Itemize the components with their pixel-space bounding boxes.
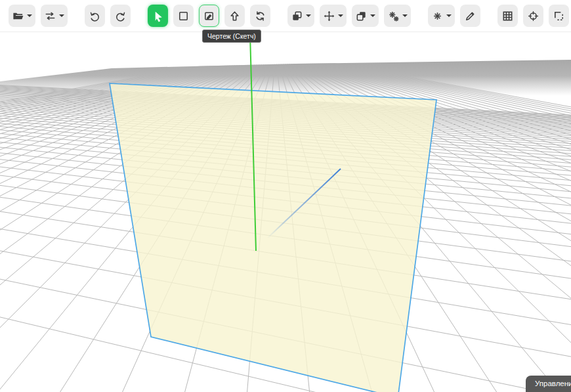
arrow-up-outline-icon <box>228 10 241 22</box>
toolbar-group <box>419 5 489 27</box>
control-button[interactable]: Управление <box>526 376 571 392</box>
settings-menu-button[interactable] <box>428 5 455 27</box>
sketch-tool-button[interactable] <box>199 5 219 27</box>
caret-down-icon <box>59 14 64 17</box>
toolbar-group <box>279 5 419 27</box>
caret-down-icon <box>27 14 32 17</box>
toolbar-group <box>139 5 279 27</box>
rotate-cw-icon <box>254 10 266 22</box>
app-window: Чертеж (Скетч) Управление <box>0 0 571 392</box>
toolbar-group <box>489 5 571 27</box>
cursor-icon <box>152 10 164 22</box>
open-project-button[interactable] <box>9 5 35 27</box>
tooltip-text: Чертеж (Скетч) <box>207 32 256 40</box>
caret-down-icon <box>338 14 343 17</box>
gears-pair-icon <box>387 10 400 22</box>
instance-menu-button[interactable] <box>287 5 314 27</box>
selection-box-button[interactable] <box>549 5 569 27</box>
move-menu-button[interactable] <box>320 5 347 27</box>
undo-button[interactable] <box>85 5 105 27</box>
gear-icon <box>431 10 444 22</box>
snap-target-button[interactable] <box>523 5 543 27</box>
select-tool-button[interactable] <box>148 5 168 27</box>
copy-back-filled-icon <box>355 10 368 22</box>
pencil-icon <box>464 10 476 22</box>
grid-3x3-icon <box>501 10 514 22</box>
rectangle-tool-button[interactable] <box>173 5 194 27</box>
crosshair-icon <box>527 10 539 22</box>
control-button-label: Управление <box>535 380 571 387</box>
caret-down-icon <box>402 14 408 17</box>
move-arrows-icon <box>323 10 335 22</box>
grid-toggle-button[interactable] <box>497 5 518 27</box>
folder-open-icon <box>12 10 24 22</box>
caret-down-icon <box>446 14 452 17</box>
operations-menu-button[interactable] <box>384 5 411 27</box>
toolbar-group <box>0 5 76 27</box>
toolbar <box>0 0 571 32</box>
copy-front-filled-icon <box>291 10 303 22</box>
undo-arrow-icon <box>89 10 101 22</box>
redo-arrow-icon <box>114 10 127 22</box>
toolbar-group <box>76 5 139 27</box>
dashed-rect-icon <box>553 10 565 22</box>
revolve-tool-button[interactable] <box>250 5 270 27</box>
viewport-3d[interactable] <box>0 32 571 392</box>
square-outline-icon <box>177 10 190 22</box>
measure-tool-button[interactable] <box>460 5 480 27</box>
import-export-button[interactable] <box>41 5 68 27</box>
tooltip: Чертеж (Скетч) <box>202 30 261 43</box>
sketch-pad-icon <box>203 10 215 22</box>
duplicate-menu-button[interactable] <box>352 5 379 27</box>
caret-down-icon <box>306 14 311 17</box>
extrude-tool-button[interactable] <box>224 5 245 27</box>
redo-button[interactable] <box>110 5 131 27</box>
caret-down-icon <box>370 14 375 17</box>
swap-arrows-icon <box>44 10 56 22</box>
